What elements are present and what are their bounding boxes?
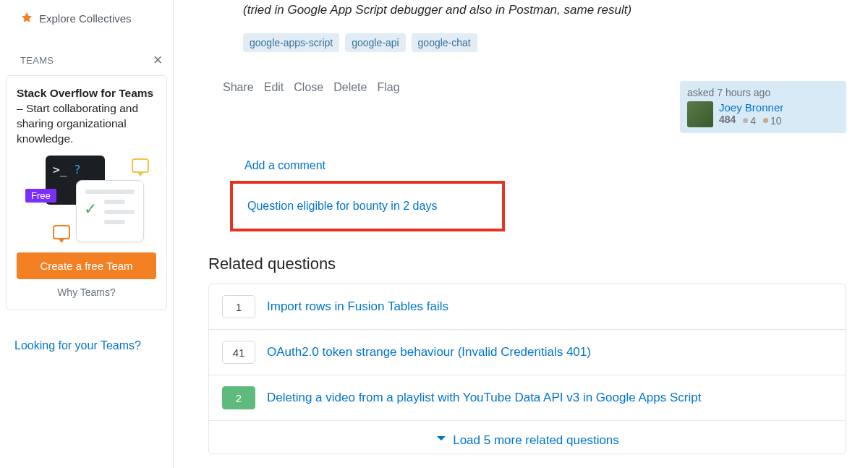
- related-item: 1 Import rows in Fusion Tables fails: [209, 284, 846, 330]
- left-sidebar: Explore Collectives TEAMS × Stack Overfl…: [0, 0, 174, 468]
- related-questions-list: 1 Import rows in Fusion Tables fails 41 …: [208, 284, 846, 454]
- free-badge: Free: [25, 189, 56, 203]
- nav-explore-collectives[interactable]: Explore Collectives: [0, 6, 173, 30]
- question-note: (tried in Google App Script debugger and…: [208, 3, 846, 17]
- related-link[interactable]: Import rows in Fusion Tables fails: [267, 299, 448, 314]
- tag-list: google-apps-script google-api google-cha…: [208, 33, 846, 52]
- create-team-button[interactable]: Create a free Team: [17, 252, 156, 279]
- bronze-dot-icon: [763, 118, 768, 123]
- main-content: (tried in Google App Script debugger and…: [174, 0, 868, 468]
- teams-blurb: Stack Overflow for Teams – Start collabo…: [17, 86, 156, 147]
- tag[interactable]: google-api: [345, 33, 405, 52]
- delete-action[interactable]: Delete: [333, 81, 367, 94]
- user-reputation: 484: [719, 114, 736, 125]
- user-name-link[interactable]: Joey Bronner: [719, 101, 783, 114]
- silver-badges: 4: [743, 115, 756, 127]
- related-link[interactable]: Deleting a video from a playlist with Yo…: [267, 391, 701, 405]
- collectives-icon: [20, 12, 33, 25]
- post-actions: Share Edit Close Delete Flag: [223, 81, 400, 94]
- flag-action[interactable]: Flag: [377, 81, 399, 94]
- related-score: 2: [222, 386, 255, 409]
- bronze-badges: 10: [763, 115, 782, 127]
- user-card: asked 7 hours ago Joey Bronner 484 4 10: [680, 81, 846, 133]
- related-score: 41: [222, 341, 255, 364]
- close-action[interactable]: Close: [294, 81, 323, 94]
- related-item: 2 Deleting a video from a playlist with …: [209, 375, 846, 421]
- teams-section: TEAMS × Stack Overflow for Teams – Start…: [0, 49, 173, 310]
- teams-promo-box: Stack Overflow for Teams – Start collabo…: [6, 75, 167, 310]
- chevron-down-icon: [435, 433, 447, 448]
- share-action[interactable]: Share: [223, 81, 254, 94]
- related-questions-title: Related questions: [208, 255, 846, 273]
- why-teams-link[interactable]: Why Teams?: [17, 286, 156, 298]
- load-more-related[interactable]: Load 5 more related questions: [209, 421, 846, 454]
- silver-dot-icon: [743, 118, 748, 123]
- looking-for-teams-link[interactable]: Looking for your Teams?: [0, 331, 173, 361]
- avatar[interactable]: [687, 101, 713, 127]
- related-item: 41 OAuth2.0 token strange behaviour (Inv…: [209, 330, 846, 375]
- nav-label: Explore Collectives: [39, 12, 132, 25]
- tag[interactable]: google-chat: [412, 33, 477, 52]
- teams-heading: TEAMS: [20, 55, 54, 66]
- edit-action[interactable]: Edit: [264, 81, 284, 94]
- bounty-eligible-box: Question eligible for bounty in 2 days: [230, 181, 505, 231]
- related-link[interactable]: OAuth2.0 token strange behaviour (Invali…: [267, 345, 591, 359]
- bounty-link[interactable]: Question eligible for bounty in 2 days: [247, 200, 437, 212]
- teams-illustration: >_ ? ✓ Free: [17, 156, 156, 242]
- tag[interactable]: google-apps-script: [243, 33, 339, 52]
- related-score: 1: [222, 295, 255, 318]
- add-comment-link[interactable]: Add a comment: [208, 159, 846, 172]
- close-icon[interactable]: ×: [153, 52, 163, 68]
- asked-time: asked 7 hours ago: [687, 87, 839, 98]
